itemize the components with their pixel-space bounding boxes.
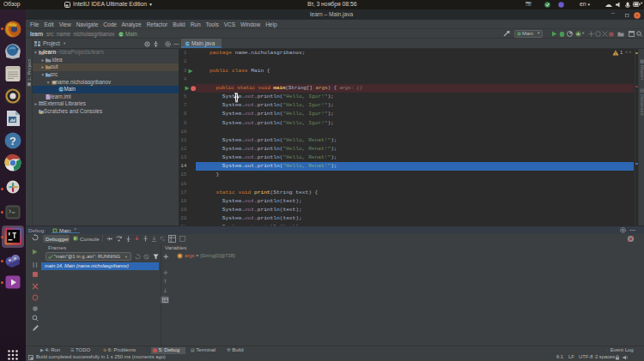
- svg-text:?: ?: [9, 135, 16, 147]
- svg-text:C: C: [185, 42, 189, 46]
- svg-text:C: C: [59, 87, 63, 92]
